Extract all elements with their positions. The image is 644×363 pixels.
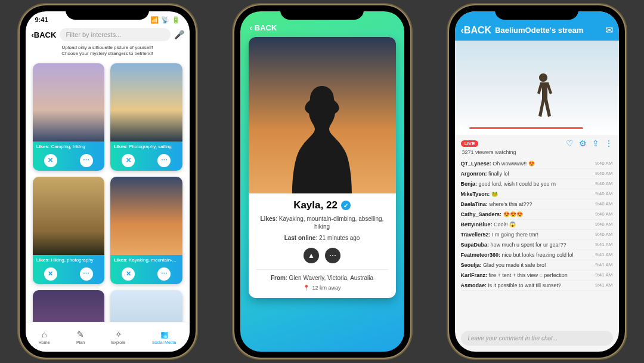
- chat-time: 9:40 AM: [595, 191, 612, 197]
- donate-icon[interactable]: ♡: [566, 139, 574, 148]
- tab-social[interactable]: ▦Social Media: [152, 330, 176, 344]
- phone-mockup-2: ‹ BACK Kayla, 22 ✓ Likes: Kayaking, moun…: [234, 5, 410, 358]
- chat-text: fire + tent + this view = perfection: [489, 272, 568, 278]
- report-button[interactable]: ▲: [304, 248, 319, 263]
- phone-mockup-1: 9:41 📶 📡 🔋 ‹ BACK Filter by interests...…: [20, 5, 196, 358]
- chat-message: KarlFranz: fire + tent + this view = per…: [461, 270, 613, 281]
- chat-text: Cool!! 😱: [494, 222, 516, 227]
- more-icon[interactable]: ⋮: [605, 139, 613, 148]
- card-likes: Likes: Hiking, photography: [33, 255, 105, 265]
- chat-username: Cathy_Sanders:: [461, 211, 503, 217]
- chat-button[interactable]: ⋯: [80, 154, 93, 167]
- chat-username: Featmeteor360:: [461, 252, 502, 258]
- back-button[interactable]: ‹ BACK: [461, 25, 492, 36]
- chat-username: DaelaTina:: [461, 201, 490, 207]
- chat-username: Traveller52:: [461, 232, 493, 238]
- card-grid: Likes: Camping, hiking ✕ ⋯ Likes: Photog…: [26, 60, 190, 328]
- screen-discover: 9:41 📶 📡 🔋 ‹ BACK Filter by interests...…: [26, 11, 190, 352]
- profile-from: From: Glen Waverly, Victoria, Australia: [256, 269, 389, 281]
- play-icon[interactable]: ▶: [460, 124, 466, 133]
- dismiss-button[interactable]: ✕: [44, 154, 57, 167]
- chat-message: SupaDuba: how much u spent for ur gear??…: [461, 240, 613, 250]
- chat-time: 9:41 AM: [595, 272, 612, 278]
- chat-message: Seoulja: Glad you made it safe bro!9:41 …: [461, 260, 613, 270]
- card-likes: Likes: Photography, sailing: [110, 141, 182, 152]
- chat-time: 9:41 AM: [595, 262, 612, 268]
- chat-time: 9:40 AM: [595, 171, 612, 177]
- chat-list[interactable]: QT_Lynese: Oh wowwww!! 😍9:40 AMArgonron:…: [455, 158, 619, 328]
- profile-image: [249, 37, 396, 193]
- profile-card[interactable]: Likes: Hiking, photography ✕ ⋯: [33, 177, 105, 284]
- chat-text: Glad you made it safe bro!: [483, 262, 546, 268]
- dismiss-button[interactable]: ✕: [44, 267, 57, 281]
- chat-username: Seoulja:: [461, 262, 484, 268]
- notch: [66, 5, 149, 20]
- chat-placeholder: Leave your comment in the chat...: [468, 335, 558, 342]
- message-button[interactable]: ⋯: [325, 248, 340, 263]
- chat-message: Argonron: finally lol9:40 AM: [461, 169, 613, 179]
- screen-stream: ‹ BACK BaeliumOdette's stream ✉ ▶ ⛶ LIVE…: [455, 11, 619, 352]
- chat-message: Featmeteor360: nice but looks freezing c…: [461, 250, 613, 260]
- back-label: BACK: [464, 25, 491, 36]
- chat-text: I m going there tmr!: [492, 232, 538, 238]
- chat-input[interactable]: Leave your comment in the chat...: [461, 331, 613, 346]
- chat-button[interactable]: ⋯: [157, 154, 171, 167]
- mail-icon[interactable]: ✉: [605, 24, 613, 36]
- wifi-icon: 📡: [161, 16, 169, 24]
- video-controls: ▶ ⛶: [455, 121, 619, 135]
- silhouette-shape: [274, 74, 370, 193]
- profile-card[interactable]: Likes: Photography, sailing ✕ ⋯: [110, 63, 182, 171]
- back-button[interactable]: ‹ BACK: [32, 30, 57, 39]
- chat-username: Argonron:: [461, 171, 489, 177]
- chat-message: Benja: good lord, wish I could be you rn…: [461, 179, 613, 189]
- profile-actions: ▲ ⋯: [256, 248, 389, 263]
- mic-icon[interactable]: 🎤: [174, 30, 184, 39]
- chat-text: good lord, wish I could be you rn: [479, 181, 556, 187]
- fullscreen-icon[interactable]: ⛶: [607, 124, 614, 133]
- chat-username: Asmodae:: [461, 282, 488, 288]
- phone-mockup-3: ‹ BACK BaeliumOdette's stream ✉ ▶ ⛶ LIVE…: [449, 5, 625, 358]
- share-icon[interactable]: ⇪: [592, 139, 599, 148]
- search-input[interactable]: Filter by interests...: [60, 28, 170, 41]
- chat-text: where's this at???: [489, 201, 532, 207]
- chat-time: 9:40 AM: [595, 211, 612, 217]
- chat-text: is it possible to wait till sunset?: [488, 282, 562, 288]
- video-player[interactable]: ▶ ⛶: [455, 41, 619, 135]
- chat-username: Benja:: [461, 181, 479, 187]
- viewer-count: 3271 viewers watching: [462, 149, 613, 155]
- back-label: BACK: [34, 30, 57, 39]
- chat-text: how much u spent for ur gear??: [491, 242, 566, 248]
- chat-text: Oh wowwww!! 😍: [493, 161, 535, 167]
- gear-icon[interactable]: ⚙: [579, 139, 587, 148]
- explore-icon: ✧: [115, 330, 122, 339]
- profile-card[interactable]: Likes: Kayaking, mountain-... ✕ ⋯: [110, 177, 182, 284]
- chat-message: QT_Lynese: Oh wowwww!! 😍9:40 AM: [461, 159, 613, 169]
- chat-time: 9:40 AM: [595, 161, 612, 167]
- tab-bar: ⌂Home ✎Plan ✧Explore ▦Social Media: [26, 322, 190, 352]
- progress-bar[interactable]: [469, 127, 603, 129]
- silhouette-image: [33, 177, 105, 255]
- skier-figure: [528, 70, 558, 124]
- chat-message: Traveller52: I m going there tmr!9:40 AM: [461, 230, 613, 240]
- tab-explore[interactable]: ✧Explore: [112, 330, 126, 344]
- chevron-left-icon: ‹: [250, 23, 252, 32]
- profile-card[interactable]: Likes: Camping, hiking ✕ ⋯: [33, 63, 105, 171]
- chat-button[interactable]: ⋯: [80, 267, 93, 281]
- chat-time: 9:41 AM: [595, 242, 612, 248]
- chat-time: 9:40 AM: [595, 201, 612, 207]
- status-time: 9:41: [35, 16, 48, 23]
- chat-time: 9:40 AM: [595, 181, 612, 187]
- card-likes: Likes: Camping, hiking: [33, 141, 105, 152]
- profile-body: Kayla, 22 ✓ Likes: Kayaking, mountain-cl…: [249, 193, 396, 298]
- dismiss-button[interactable]: ✕: [122, 267, 135, 281]
- chat-username: SupaDuba:: [461, 242, 491, 248]
- chat-time: 9:41 AM: [595, 282, 612, 288]
- warning-icon: ▲: [308, 251, 315, 260]
- tab-home[interactable]: ⌂Home: [39, 330, 50, 344]
- chat-message: MikeTyson: 🐸9:40 AM: [461, 189, 613, 199]
- chat-username: QT_Lynese:: [461, 161, 493, 167]
- chat-button[interactable]: ⋯: [157, 267, 171, 281]
- dismiss-button[interactable]: ✕: [122, 154, 135, 167]
- tab-plan[interactable]: ✎Plan: [76, 330, 85, 344]
- back-label: BACK: [255, 23, 277, 32]
